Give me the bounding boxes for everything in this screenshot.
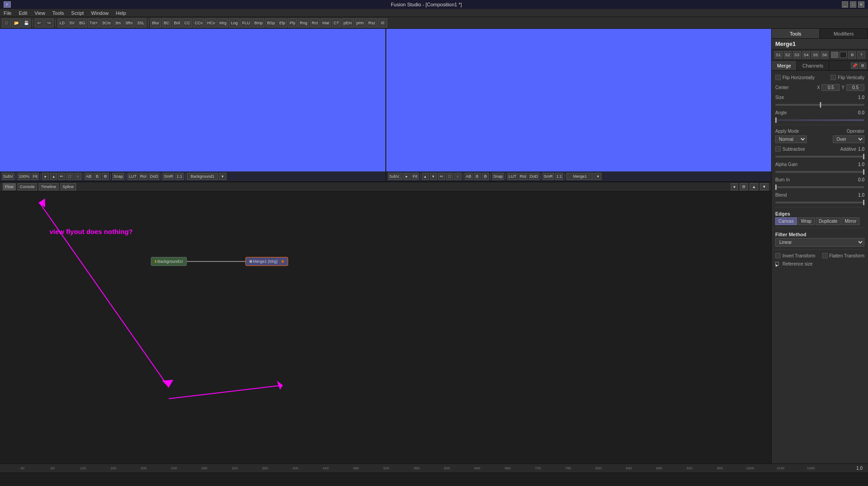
edge-duplicate[interactable]: Duplicate bbox=[816, 217, 841, 225]
rect-icon-r[interactable]: □ bbox=[446, 173, 453, 180]
b-btn[interactable]: B bbox=[94, 173, 101, 180]
view-flyout-r[interactable]: ▸ bbox=[403, 173, 411, 180]
b-btn-r[interactable]: B bbox=[474, 173, 481, 180]
dod-btn-r[interactable]: DoD bbox=[529, 173, 539, 180]
flow-collapse-btn[interactable]: ▼ bbox=[760, 183, 769, 190]
menu-view[interactable]: View bbox=[33, 10, 47, 16]
node-merge1[interactable]: Merge1 (Mrg) bbox=[245, 257, 288, 266]
ab-btn[interactable]: AB bbox=[85, 173, 93, 180]
flip-v-checkbox[interactable] bbox=[831, 75, 836, 80]
maximize-btn[interactable]: □ bbox=[850, 1, 856, 8]
operator-dropdown[interactable]: Over Under In bbox=[833, 135, 864, 143]
fit-btn-r[interactable]: Fit bbox=[411, 173, 419, 180]
menu-edit[interactable]: Edit bbox=[17, 10, 29, 16]
fit-btn[interactable]: Fit bbox=[32, 173, 39, 180]
edge-canvas[interactable]: Canvas bbox=[775, 217, 797, 225]
tool-flu[interactable]: FLU bbox=[240, 18, 252, 27]
flow-tab[interactable]: Flow bbox=[3, 183, 16, 190]
menu-file[interactable]: File bbox=[2, 10, 14, 16]
tool-blur[interactable]: Blur bbox=[150, 18, 161, 27]
background-select[interactable]: Background1 bbox=[187, 173, 218, 180]
settings-icon[interactable]: ⚙ bbox=[848, 51, 856, 58]
tool-ct[interactable]: CT bbox=[332, 18, 341, 27]
ch-s5[interactable]: S5 bbox=[811, 51, 819, 58]
tool-3m[interactable]: 3m bbox=[113, 18, 123, 27]
menu-help[interactable]: Help bbox=[114, 10, 128, 16]
additive-slider[interactable] bbox=[775, 156, 864, 158]
view-type-btn[interactable]: ▾ bbox=[219, 173, 226, 180]
view-btn-r2[interactable]: ▴ bbox=[422, 173, 429, 180]
flow-settings-btn[interactable]: ⚙ bbox=[740, 183, 748, 190]
smr-btn[interactable]: SmR bbox=[163, 173, 174, 180]
timeline-tab[interactable]: Timeline bbox=[39, 183, 59, 190]
tool-ld[interactable]: LD bbox=[58, 18, 67, 27]
snap-btn[interactable]: Snap bbox=[112, 173, 124, 180]
tool-rsz[interactable]: Rsz bbox=[366, 18, 377, 27]
tool-hcv[interactable]: HCv bbox=[205, 18, 217, 27]
circle-icon-r[interactable]: ○ bbox=[454, 173, 461, 180]
ch-s3[interactable]: S3 bbox=[793, 51, 801, 58]
flow-icon-btn[interactable]: ● bbox=[731, 183, 738, 190]
undo-btn[interactable]: ↩ bbox=[35, 18, 44, 27]
menu-tools[interactable]: Tools bbox=[50, 10, 66, 16]
view-btn-r3[interactable]: ▾ bbox=[430, 173, 437, 180]
tool-pem[interactable]: pEm bbox=[342, 18, 354, 27]
tool-bc[interactable]: BC bbox=[162, 18, 172, 27]
save-btn[interactable]: 💾 bbox=[22, 18, 31, 27]
menu-script[interactable]: Script bbox=[69, 10, 86, 16]
spline-tab[interactable]: Spline bbox=[60, 183, 76, 190]
view-type-btn-r[interactable]: ▾ bbox=[594, 173, 601, 180]
filter-method-dropdown[interactable]: Linear Nearest Bicubic bbox=[775, 238, 864, 247]
invert-transform-checkbox[interactable] bbox=[775, 253, 781, 258]
tool-phn[interactable]: pHn bbox=[355, 18, 366, 27]
snap-btn-r[interactable]: Snap bbox=[492, 173, 504, 180]
flow-expand-btn[interactable]: ▲ bbox=[750, 183, 758, 190]
smr-btn-r[interactable]: SmR bbox=[542, 173, 554, 180]
tool-rng[interactable]: Rng bbox=[298, 18, 309, 27]
minimize-btn[interactable]: _ bbox=[842, 1, 848, 8]
lut-btn-r[interactable]: LUT bbox=[507, 173, 518, 180]
tool-ply[interactable]: Ply bbox=[288, 18, 297, 27]
rgba-icon[interactable] bbox=[831, 52, 838, 58]
apply-mode-dropdown[interactable]: Normal Screen Multiply bbox=[775, 135, 807, 143]
flip-h-checkbox[interactable] bbox=[775, 75, 781, 80]
tool-bsp[interactable]: BSp bbox=[265, 18, 276, 27]
ch-s6[interactable]: S6 bbox=[821, 51, 829, 58]
roi-btn[interactable]: RoI bbox=[139, 173, 148, 180]
ch-s1[interactable]: S1 bbox=[774, 51, 782, 58]
ch-s4[interactable]: S4 bbox=[802, 51, 810, 58]
tool-mat[interactable]: Mat bbox=[321, 18, 331, 27]
ab-btn-r[interactable]: AB bbox=[465, 173, 473, 180]
view-flyout[interactable]: ▸ bbox=[42, 173, 49, 180]
tool-rct[interactable]: Rct bbox=[310, 18, 320, 27]
ratio11-btn[interactable]: 1:1 bbox=[175, 173, 184, 180]
tool-xl[interactable]: Xl bbox=[378, 18, 387, 27]
tool-3rn[interactable]: 3Rn bbox=[123, 18, 135, 27]
tab-modifiers[interactable]: Modifiers bbox=[820, 29, 868, 38]
dod-btn[interactable]: DoD bbox=[149, 173, 159, 180]
new-btn[interactable]: □ bbox=[2, 18, 11, 27]
gear-icon-r[interactable]: ⚙ bbox=[482, 173, 489, 180]
help-icon[interactable]: ? bbox=[857, 51, 865, 58]
tool-log[interactable]: Log bbox=[229, 18, 240, 27]
tool-txt[interactable]: Txt+ bbox=[88, 18, 99, 27]
bw-icon[interactable] bbox=[840, 52, 847, 58]
edge-wrap[interactable]: Wrap bbox=[798, 217, 815, 225]
tool-3cm[interactable]: 3Cm bbox=[100, 18, 113, 27]
blend-slider[interactable] bbox=[775, 202, 864, 203]
tool-ccv[interactable]: CCv bbox=[193, 18, 204, 27]
redo-btn[interactable]: ↪ bbox=[45, 18, 54, 27]
tab-tools[interactable]: Tools bbox=[772, 29, 820, 38]
ch-s2[interactable]: S2 bbox=[784, 51, 792, 58]
zoom-100[interactable]: 100% bbox=[18, 173, 31, 180]
console-tab[interactable]: Console bbox=[18, 183, 37, 190]
merge-select-r[interactable]: Merge1 bbox=[566, 173, 593, 180]
reference-expand-icon[interactable]: ▸ bbox=[775, 262, 779, 266]
center-x-value[interactable]: 0.5 bbox=[822, 84, 840, 91]
lut-btn[interactable]: LUT bbox=[127, 173, 138, 180]
tool-mrg[interactable]: Mrg bbox=[217, 18, 228, 27]
circle-icon[interactable]: ○ bbox=[74, 173, 81, 180]
ratio11-btn-r[interactable]: 1:1 bbox=[555, 173, 564, 180]
view-btn2[interactable]: ▴ bbox=[50, 173, 57, 180]
angle-slider[interactable] bbox=[775, 119, 864, 121]
